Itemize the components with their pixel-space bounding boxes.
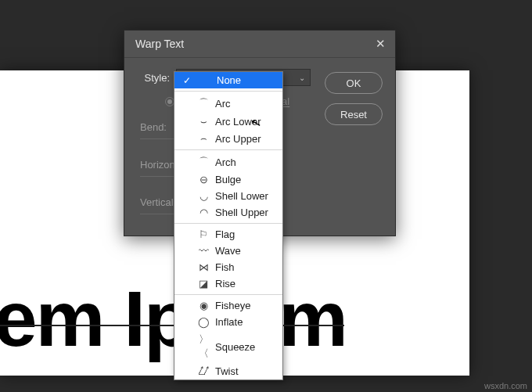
arch-icon: ⌒ <box>198 155 209 169</box>
style-option-twist[interactable]: ⌰Twist <box>174 363 282 379</box>
option-label: Wave <box>215 245 241 257</box>
style-option-arc[interactable]: ⌒Arc <box>174 94 282 113</box>
menu-separator <box>174 149 282 150</box>
option-label: Arc Upper <box>215 133 261 145</box>
menu-separator <box>174 223 282 224</box>
watermark-text: wsxdn.com <box>484 381 527 390</box>
style-option-arc-upper[interactable]: ⌢Arc Upper <box>174 130 282 147</box>
fish-icon: ⋈ <box>198 261 209 273</box>
shell-upper-icon: ◠ <box>198 207 209 218</box>
shell-lower-icon: ◡ <box>198 190 209 202</box>
option-label: Fisheye <box>215 300 251 311</box>
style-option-flag[interactable]: ⚐Flag <box>174 226 282 243</box>
style-label: Style: <box>140 72 170 84</box>
option-label: Arc <box>215 98 231 110</box>
option-label: Bulge <box>215 174 241 185</box>
option-label: Arch <box>215 156 236 168</box>
style-option-shell-lower[interactable]: ◡Shell Lower <box>174 188 282 204</box>
bulge-icon: ⊖ <box>198 174 209 185</box>
squeeze-icon: 〉〈 <box>198 333 209 361</box>
chevron-down-icon: ⌄ <box>299 74 305 82</box>
option-label: None <box>217 74 241 86</box>
option-label: Rise <box>215 278 235 290</box>
option-label: Shell Upper <box>215 207 268 218</box>
style-option-fish[interactable]: ⋈Fish <box>174 259 282 275</box>
style-option-arc-lower[interactable]: ⌣Arc Lower <box>174 113 282 130</box>
style-option-wave[interactable]: 〰Wave <box>174 243 282 259</box>
arc-lower-icon: ⌣ <box>198 115 209 128</box>
ok-button[interactable]: OK <box>325 72 383 94</box>
option-label: Flag <box>215 228 235 240</box>
dialog-titlebar: Warp Text ✕ <box>124 31 395 58</box>
style-option-arch[interactable]: ⌒Arch <box>174 153 282 171</box>
flag-icon: ⚐ <box>198 228 209 240</box>
option-label: Shell Lower <box>215 190 268 202</box>
menu-separator <box>174 294 282 295</box>
menu-separator <box>174 91 282 92</box>
twist-icon: ⌰ <box>198 365 209 377</box>
style-dropdown-menu: ✓ None ⌒Arc ⌣Arc Lower ⌢Arc Upper ⌒Arch … <box>174 71 283 380</box>
style-option-squeeze[interactable]: 〉〈Squeeze <box>174 330 282 363</box>
arc-upper-icon: ⌢ <box>198 132 209 145</box>
option-label: Twist <box>215 365 239 377</box>
style-option-inflate[interactable]: ◯Inflate <box>174 314 282 330</box>
option-label: Squeeze <box>215 341 255 353</box>
style-option-none[interactable]: ✓ None <box>174 72 282 88</box>
text-underline <box>0 325 344 326</box>
style-option-rise[interactable]: ◪Rise <box>174 275 282 292</box>
style-option-fisheye[interactable]: ◉Fisheye <box>174 297 282 314</box>
style-option-bulge[interactable]: ⊖Bulge <box>174 171 282 188</box>
option-label: Arc Lower <box>215 116 261 128</box>
arc-icon: ⌒ <box>198 96 209 110</box>
option-label: Inflate <box>215 316 243 328</box>
reset-button[interactable]: Reset <box>325 103 383 125</box>
dialog-title: Warp Text <box>135 38 184 50</box>
fisheye-icon: ◉ <box>198 300 209 311</box>
wave-icon: 〰 <box>198 245 209 257</box>
option-label: Fish <box>215 261 235 273</box>
close-icon[interactable]: ✕ <box>376 37 386 51</box>
rise-icon: ◪ <box>198 278 209 290</box>
style-option-shell-upper[interactable]: ◠Shell Upper <box>174 204 282 221</box>
check-icon: ✓ <box>182 75 192 86</box>
inflate-icon: ◯ <box>198 316 209 328</box>
